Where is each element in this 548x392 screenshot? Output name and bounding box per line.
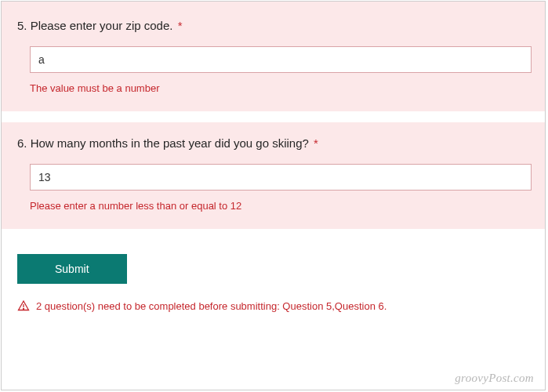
error-message: Please enter a number less than or equal… xyxy=(30,200,529,212)
question-number: 5. xyxy=(17,19,27,32)
submit-section: Submit xyxy=(2,240,545,293)
warning-icon xyxy=(17,299,30,312)
question-label: 6. How many months in the past year did … xyxy=(17,136,529,150)
submit-button[interactable]: Submit xyxy=(17,254,127,284)
months-skiing-input[interactable] xyxy=(30,164,532,191)
question-block-6: 6. How many months in the past year did … xyxy=(2,122,545,229)
question-label: 5. Please enter your zip code. * xyxy=(17,19,529,32)
error-message: The value must be a number xyxy=(30,82,529,94)
warning-bar: 2 question(s) need to be completed befor… xyxy=(2,293,545,321)
warning-text: 2 question(s) need to be completed befor… xyxy=(36,300,387,312)
question-number: 6. xyxy=(17,136,27,150)
question-block-5: 5. Please enter your zip code. * The val… xyxy=(2,2,545,111)
question-text: How many months in the past year did you… xyxy=(31,136,309,150)
required-indicator: * xyxy=(178,19,183,32)
watermark: groovyPost.com xyxy=(455,372,534,385)
form-container: 5. Please enter your zip code. * The val… xyxy=(1,1,546,390)
zip-code-input[interactable] xyxy=(30,46,532,73)
svg-point-1 xyxy=(24,309,24,310)
question-text: Please enter your zip code. xyxy=(31,19,173,32)
required-indicator: * xyxy=(314,136,318,150)
